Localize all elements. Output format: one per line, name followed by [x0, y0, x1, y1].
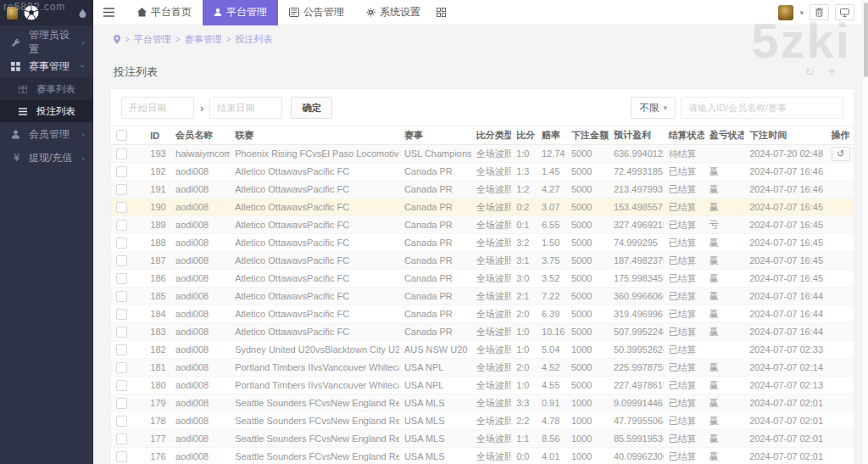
- undo-bet-button[interactable]: ↺: [832, 147, 850, 161]
- cell-settle-status: 已结算: [664, 305, 704, 323]
- row-checkbox[interactable]: [116, 380, 127, 391]
- breadcrumb-match[interactable]: 赛事管理: [185, 33, 222, 46]
- row-checkbox[interactable]: [116, 433, 127, 444]
- fullscreen-button[interactable]: [835, 4, 854, 20]
- sidebar-item-match-list[interactable]: 赛事列表: [0, 78, 93, 100]
- breadcrumb-platform[interactable]: 平台管理: [134, 33, 171, 46]
- wrench-icon: [11, 38, 22, 48]
- cell-time: 2024-07-07 02:13: [744, 377, 826, 394]
- cell-score: 1:3: [511, 163, 537, 181]
- cell-win-status: 赢: [704, 181, 744, 198]
- row-checkbox[interactable]: [116, 166, 127, 177]
- hamburger-icon[interactable]: [103, 8, 114, 17]
- start-date-input[interactable]: [121, 97, 194, 119]
- tab-bulletin-management[interactable]: 公告管理: [278, 0, 355, 25]
- sidebar-item-member-management[interactable]: 会员管理 ›: [0, 122, 93, 146]
- table-row: 190aodi008Atletico OttawavsPacific FCCan…: [111, 198, 854, 216]
- refresh-icon[interactable]: ↻: [805, 66, 814, 78]
- tab-system-settings[interactable]: 系统设置: [355, 0, 431, 25]
- cell-odds: 4.52: [537, 359, 566, 377]
- logo-bar[interactable]: [0, 0, 93, 25]
- sidebar-item-admin-settings[interactable]: 管理员设置 ›: [0, 31, 93, 54]
- avatar[interactable]: [778, 5, 793, 20]
- row-checkbox[interactable]: [116, 398, 127, 409]
- cell-time: 2024-07-07 16:44: [744, 323, 826, 341]
- row-checkbox[interactable]: [116, 362, 127, 373]
- row-checkbox[interactable]: [116, 291, 127, 302]
- breadcrumb-bet-list[interactable]: 投注列表: [236, 33, 273, 46]
- cell-id: 193: [145, 145, 170, 163]
- cell-score: 3:1: [511, 252, 537, 270]
- cell-odds: 12.74: [537, 145, 566, 163]
- cell-score: 3:0: [511, 270, 537, 288]
- row-checkbox[interactable]: [116, 148, 127, 159]
- trash-button[interactable]: [810, 4, 829, 20]
- cell-member: aodi008: [170, 252, 230, 270]
- cell-operation: [826, 305, 854, 323]
- select-all-checkbox[interactable]: [116, 130, 127, 141]
- tab-platform-management[interactable]: 平台管理: [203, 0, 278, 25]
- cell-score: 1:0: [511, 323, 537, 341]
- row-checkbox[interactable]: [116, 416, 127, 427]
- cell-score-type: 全场波胆: [471, 305, 511, 323]
- cell-settle-status: 已结算: [664, 270, 704, 288]
- cell-match: Canada PR: [399, 198, 471, 216]
- scrollbar-thumb[interactable]: [864, 3, 868, 77]
- row-checkbox[interactable]: [116, 255, 127, 266]
- cell-profit: 225.9978756: [609, 359, 664, 377]
- cell-amount: 5000: [566, 305, 609, 323]
- page-scrollbar[interactable]: [862, 0, 868, 464]
- row-checkbox[interactable]: [116, 273, 127, 284]
- asterisk-icon[interactable]: ✳: [827, 66, 836, 78]
- cell-win-status: 赢: [704, 412, 744, 430]
- apps-grid-icon[interactable]: [437, 8, 446, 17]
- cell-match: AUS NSW U20: [399, 341, 471, 359]
- cell-id: 178: [145, 412, 170, 430]
- cell-settle-status: 已结算: [664, 198, 704, 216]
- cell-profit: 360.9966066: [609, 288, 664, 305]
- cell-league: Portland Timbers IIvsVancouver Whitecaps…: [230, 377, 399, 394]
- row-checkbox[interactable]: [116, 238, 127, 249]
- bet-list-card: › 确定 不限▾ ID会员名称联赛赛事比分类型比分赔率下注金额预计盈利结算状态盈…: [110, 88, 854, 464]
- cell-id: 177: [145, 430, 170, 448]
- sidebar-item-withdraw-recharge[interactable]: ¥ 提现/充值 ›: [0, 146, 93, 170]
- trash-icon: [815, 8, 823, 17]
- row-checkbox[interactable]: [116, 344, 127, 355]
- cell-score-type: 全场波胆: [471, 323, 511, 341]
- cell-time: 2024-07-07 02:14: [744, 359, 826, 377]
- cell-win-status: 赢: [704, 430, 744, 448]
- row-checkbox[interactable]: [116, 327, 127, 338]
- row-checkbox[interactable]: [116, 184, 127, 195]
- cell-operation: [826, 412, 854, 430]
- table-row: 186aodi008Atletico OttawavsPacific FCCan…: [111, 270, 854, 288]
- caret-down-icon[interactable]: ▾: [799, 8, 804, 17]
- sidebar-item-bet-list[interactable]: 投注列表: [0, 100, 93, 122]
- cell-id: 186: [145, 270, 170, 288]
- cell-member: aodi008: [170, 412, 230, 430]
- search-input[interactable]: [681, 97, 843, 119]
- scope-dropdown[interactable]: 不限▾: [631, 97, 676, 119]
- row-checkbox[interactable]: [116, 220, 127, 231]
- cell-id: 179: [145, 394, 170, 412]
- cell-member: aodi008: [170, 394, 230, 412]
- breadcrumb: > 平台管理 > 赛事管理 > 投注列表: [114, 33, 854, 46]
- cell-win-status: 赢: [704, 163, 744, 181]
- row-checkbox[interactable]: [116, 202, 127, 213]
- cell-odds: 4.55: [537, 377, 566, 394]
- header-cell: 下注金额: [566, 126, 609, 145]
- confirm-button[interactable]: 确定: [291, 97, 332, 119]
- cell-checkbox: [111, 163, 145, 181]
- user-icon: [11, 130, 22, 139]
- cell-time: 2024-07-20 02:48: [744, 145, 826, 163]
- cell-member: aodi008: [170, 359, 230, 377]
- cell-member: aodi008: [170, 181, 230, 198]
- cell-checkbox: [111, 430, 145, 448]
- row-checkbox[interactable]: [116, 309, 127, 320]
- tab-platform-home[interactable]: 平台首页: [126, 0, 203, 25]
- row-checkbox[interactable]: [116, 451, 127, 462]
- table-row: 188aodi008Atletico OttawavsPacific FCCan…: [111, 234, 854, 252]
- home-icon: [137, 8, 147, 17]
- sidebar-menu: 管理员设置 › 赛事管理 › 赛事列表: [0, 25, 93, 170]
- end-date-input[interactable]: [209, 97, 282, 119]
- sidebar-item-match-management[interactable]: 赛事管理 ›: [0, 54, 93, 78]
